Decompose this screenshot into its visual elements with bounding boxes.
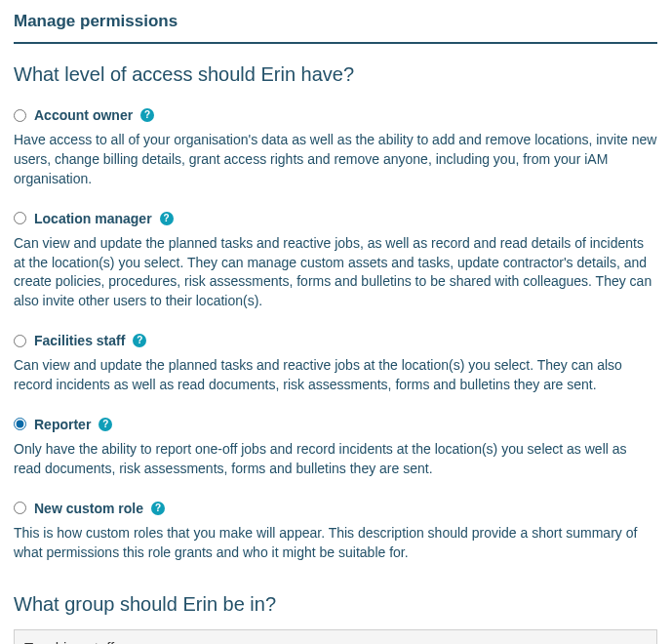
- role-description: Only have the ability to report one-off …: [14, 440, 657, 479]
- role-label: Facilities staff: [34, 333, 125, 348]
- role-description: Have access to all of your organisation'…: [14, 131, 657, 189]
- role-label: Location manager: [34, 211, 152, 226]
- role-description: Can view and update the planned tasks an…: [14, 234, 657, 312]
- role-radio-account-owner[interactable]: [14, 109, 26, 122]
- group-heading: What group should Erin be in?: [14, 593, 657, 616]
- role-radio-custom[interactable]: [14, 502, 26, 514]
- role-radio-facilities-staff[interactable]: [14, 335, 26, 347]
- role-option-location-manager[interactable]: Location manager ?: [14, 211, 657, 226]
- access-level-heading: What level of access should Erin have?: [14, 63, 657, 86]
- role-option-account-owner[interactable]: Account owner ?: [14, 107, 657, 123]
- group-selected-value: Teaching staff: [24, 639, 114, 644]
- help-icon[interactable]: ?: [99, 418, 112, 431]
- role-description: This is how custom roles that you make w…: [14, 524, 657, 563]
- group-select[interactable]: Teaching staff ▾: [14, 629, 657, 644]
- role-label: Account owner: [34, 107, 133, 123]
- help-icon[interactable]: ?: [133, 334, 146, 347]
- help-icon[interactable]: ?: [140, 108, 154, 122]
- group-select-wrap: Teaching staff ▾: [14, 629, 657, 644]
- role-description: Can view and update the planned tasks an…: [14, 356, 657, 395]
- page-title: Manage permissions: [14, 12, 657, 44]
- role-option-facilities-staff[interactable]: Facilities staff ?: [14, 333, 657, 348]
- role-option-reporter[interactable]: Reporter ?: [14, 417, 657, 432]
- role-radio-location-manager[interactable]: [14, 212, 26, 224]
- role-label: New custom role: [34, 501, 143, 516]
- role-radio-reporter[interactable]: [14, 418, 26, 430]
- help-icon[interactable]: ?: [160, 212, 174, 225]
- role-label: Reporter: [34, 417, 91, 432]
- help-icon[interactable]: ?: [151, 502, 165, 515]
- role-option-custom[interactable]: New custom role ?: [14, 501, 657, 516]
